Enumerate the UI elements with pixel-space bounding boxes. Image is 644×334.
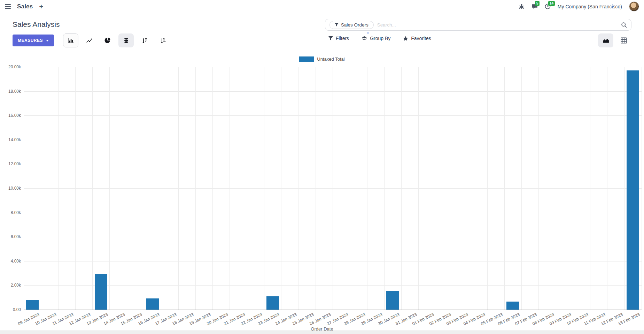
gridline [624, 67, 625, 310]
company-switcher[interactable]: My Company (San Francisco) [558, 4, 622, 9]
search-icon[interactable] [621, 22, 627, 28]
layers-icon [362, 36, 367, 41]
y-tick-label: 6.00k [0, 234, 21, 239]
sort-desc-icon [141, 38, 148, 44]
plus-icon[interactable]: + [39, 3, 43, 10]
legend-swatch [299, 56, 314, 62]
pie-chart-icon [104, 37, 111, 44]
measures-button[interactable]: MEASURES [13, 35, 54, 46]
gridline [178, 67, 179, 310]
gridline [642, 67, 642, 310]
gridline [401, 67, 402, 310]
y-axis-line [24, 67, 24, 310]
stacked-toggle-button[interactable] [118, 33, 134, 47]
search-input[interactable]: Search... [377, 22, 621, 28]
line-chart-icon [86, 38, 93, 43]
messages-badge: 5 [535, 1, 540, 6]
star-icon [403, 36, 408, 41]
gridline [144, 67, 144, 310]
bar[interactable] [386, 291, 399, 310]
clock-icon[interactable]: 14 [545, 3, 551, 9]
gridline [195, 67, 196, 310]
pie-chart-button[interactable] [100, 33, 115, 47]
sort-ascending-button[interactable] [155, 33, 171, 47]
line-chart-button[interactable] [82, 33, 97, 47]
pivot-icon [621, 37, 627, 44]
app-menu-sales[interactable]: Sales [17, 3, 33, 10]
search-bar[interactable]: Sales Orders Search... × [325, 19, 631, 31]
search-facet-sales-orders[interactable]: Sales Orders [329, 21, 374, 29]
bar-chart-button[interactable] [63, 33, 78, 47]
y-tick-label: 2.00k [0, 283, 21, 288]
gridline [590, 67, 590, 310]
gridline [58, 67, 59, 310]
gridline [127, 67, 127, 310]
bottom-strip [0, 331, 644, 334]
bar[interactable] [627, 70, 639, 310]
chart-legend[interactable]: Untaxed Total [0, 56, 644, 62]
gridline [418, 67, 419, 310]
y-tick-label: 8.00k [0, 210, 21, 215]
stacked-icon [123, 37, 129, 44]
group-by-button[interactable]: Group By [362, 36, 390, 41]
chart-type-switcher [63, 33, 171, 47]
bug-icon[interactable] [519, 3, 525, 9]
gridline [453, 67, 453, 310]
gridline [41, 67, 41, 310]
messages-icon[interactable]: 5 [532, 3, 538, 9]
gridline [333, 67, 333, 310]
gridline [109, 67, 110, 310]
view-switcher [598, 33, 631, 47]
gridline [470, 67, 470, 310]
gridline [538, 67, 539, 310]
legend-label: Untaxed Total [317, 56, 344, 62]
gridline [316, 67, 316, 310]
gridline [504, 67, 505, 310]
gridline [487, 67, 488, 310]
bar[interactable] [146, 298, 159, 310]
y-tick-label: 4.00k [0, 259, 21, 264]
activities-badge: 14 [548, 1, 555, 6]
pivot-view-button[interactable] [616, 33, 631, 47]
filters-button[interactable]: Filters [328, 36, 349, 41]
gridline [92, 67, 93, 310]
gridline [436, 67, 436, 310]
bar-chart-icon [68, 38, 74, 44]
caret-down-icon [46, 40, 49, 41]
y-tick-label: 10.00k [0, 186, 21, 191]
area-chart-icon [603, 38, 609, 44]
gridline [281, 67, 281, 310]
sort-descending-button[interactable] [137, 33, 152, 47]
page-title: Sales Analysis [13, 19, 60, 29]
menu-icon[interactable] [5, 4, 11, 9]
y-tick-label: 18.00k [0, 89, 21, 94]
gridline [264, 67, 264, 310]
top-navbar: Sales + 5 14 My Company (San Francisco) [0, 0, 644, 13]
graph-view-button[interactable] [598, 33, 613, 47]
gridline [247, 67, 247, 310]
sort-asc-icon [160, 38, 166, 44]
bar[interactable] [26, 300, 39, 310]
bar[interactable] [266, 296, 279, 310]
avatar[interactable] [629, 1, 639, 12]
y-tick-label: 20.00k [0, 64, 21, 69]
filter-icon [328, 36, 333, 41]
gridline [75, 67, 76, 310]
y-tick-label: 0.00 [0, 307, 21, 312]
filter-facet-icon [335, 23, 339, 27]
gridline [573, 67, 573, 310]
gridline [350, 67, 350, 310]
gridline [212, 67, 213, 310]
gridline [607, 67, 607, 310]
favorites-button[interactable]: Favorites [403, 36, 431, 41]
gridline [298, 67, 298, 310]
y-tick-label: 16.00k [0, 113, 21, 118]
gridline [521, 67, 522, 310]
bar[interactable] [506, 302, 519, 310]
y-tick-label: 12.00k [0, 161, 21, 166]
facet-label: Sales Orders [341, 22, 368, 28]
x-axis-line [24, 310, 642, 310]
gridline [556, 67, 556, 310]
bar[interactable] [95, 274, 107, 310]
y-tick-label: 14.00k [0, 137, 21, 142]
